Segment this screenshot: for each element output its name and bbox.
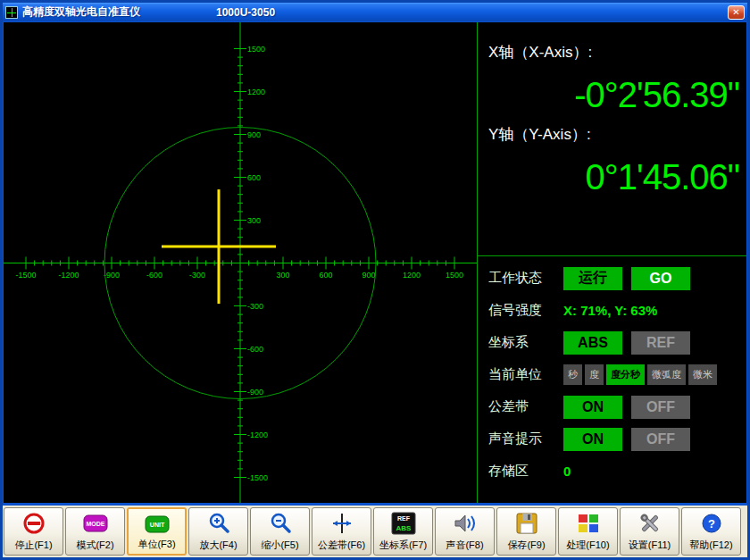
toolbar-button-save[interactable]: 保存(F9) bbox=[496, 507, 556, 556]
angle-readout: X轴（X-Axis）: -0°2'56.39" Y轴（Y-Axis）: 0°1'… bbox=[478, 22, 746, 256]
toolbar-button-mode[interactable]: MODE 模式(F2) bbox=[65, 507, 125, 556]
coord-system-label: 坐标系 bbox=[488, 334, 563, 351]
y-axis-value: 0°1'45.06" bbox=[488, 157, 739, 197]
sound-icon bbox=[453, 511, 478, 535]
svg-text:ABS: ABS bbox=[396, 524, 412, 532]
svg-text:UNIT: UNIT bbox=[149, 522, 164, 528]
svg-text:900: 900 bbox=[247, 130, 261, 139]
toolbar-button-process[interactable]: 处理(F10) bbox=[558, 507, 618, 556]
unit-option-dms[interactable]: 度分秒 bbox=[606, 364, 645, 385]
tolerance-row: 公差带 ON OFF bbox=[488, 394, 741, 420]
go-button[interactable]: GO bbox=[631, 267, 690, 290]
window-model: 1000U-3050 bbox=[216, 6, 275, 19]
svg-text:-1500: -1500 bbox=[15, 271, 36, 280]
tolerance-icon bbox=[329, 511, 354, 535]
svg-text:?: ? bbox=[708, 517, 715, 531]
svg-text:900: 900 bbox=[362, 271, 375, 280]
sound-row: 声音提示 ON OFF bbox=[488, 426, 741, 452]
scope-svg: -1500-1500-1200-1200-900-900-600-600-300… bbox=[4, 22, 477, 503]
x-axis-label: X轴（X-Axis）: bbox=[488, 42, 739, 63]
ref-button[interactable]: REF bbox=[631, 331, 690, 355]
app-icon bbox=[5, 6, 18, 19]
window-title: 高精度双轴光电自准直仪 bbox=[22, 4, 140, 20]
toolbar-button-settings[interactable]: 设置(F11) bbox=[620, 507, 679, 556]
zoom-in-icon bbox=[206, 511, 231, 535]
app-window: 高精度双轴光电自准直仪 1000U-3050 ✕ -1500-1500-1200… bbox=[0, 0, 750, 560]
toolbar-button-sound[interactable]: 声音(F8) bbox=[435, 507, 495, 556]
unit-label: 当前单位 bbox=[488, 366, 563, 383]
unit-option-degrees[interactable]: 度 bbox=[585, 364, 604, 385]
svg-text:-300: -300 bbox=[189, 271, 205, 280]
toolbar-button-zoom-in[interactable]: 放大(F4) bbox=[188, 507, 248, 556]
toolbar-button-zoom-out[interactable]: 缩小(F5) bbox=[250, 507, 310, 556]
svg-text:1200: 1200 bbox=[247, 88, 265, 96]
run-button[interactable]: 运行 bbox=[563, 267, 622, 290]
abs-button[interactable]: ABS bbox=[563, 331, 622, 355]
tolerance-label: 公差带 bbox=[488, 398, 563, 415]
scope-plot: -1500-1500-1200-1200-900-900-600-600-300… bbox=[4, 22, 477, 503]
toolbar-button-help[interactable]: ? 帮助(F12) bbox=[681, 507, 741, 556]
unit-option-seconds[interactable]: 秒 bbox=[563, 364, 582, 385]
coord-icon: REFABS bbox=[390, 511, 417, 535]
svg-text:MODE: MODE bbox=[86, 521, 104, 527]
zoom-out-icon bbox=[268, 511, 293, 535]
settings-icon bbox=[638, 511, 662, 535]
work-state-row: 工作状态 运行 GO bbox=[488, 265, 741, 291]
work-state-label: 工作状态 bbox=[488, 270, 563, 287]
svg-text:-900: -900 bbox=[247, 388, 263, 397]
toolbar-button-label: 声音(F8) bbox=[446, 539, 483, 552]
toolbar-button-label: 设置(F11) bbox=[629, 539, 671, 552]
unit-option-micron[interactable]: 微米 bbox=[688, 364, 717, 385]
signal-strength-row: 信号强度 X: 71%, Y: 63% bbox=[488, 297, 741, 323]
unit-option-microradian[interactable]: 微弧度 bbox=[647, 364, 686, 385]
toolbar-button-label: 模式(F2) bbox=[76, 539, 113, 552]
toolbar: 停止(F1) MODE 模式(F2) UNIT 单位(F3) 放大(F4) 缩小… bbox=[3, 504, 747, 557]
unit-icon: UNIT bbox=[144, 512, 171, 536]
svg-text:1500: 1500 bbox=[446, 271, 463, 280]
toolbar-button-tolerance[interactable]: 公差带(F6) bbox=[312, 507, 371, 556]
toolbar-button-coord[interactable]: REFABS 坐标系(F7) bbox=[373, 507, 433, 556]
svg-text:REF: REF bbox=[397, 515, 411, 522]
right-panel: X轴（X-Axis）: -0°2'56.39" Y轴（Y-Axis）: 0°1'… bbox=[477, 22, 746, 503]
close-icon[interactable]: ✕ bbox=[728, 5, 745, 20]
svg-text:300: 300 bbox=[276, 271, 289, 280]
toolbar-button-label: 放大(F4) bbox=[199, 539, 237, 552]
svg-text:600: 600 bbox=[247, 173, 261, 182]
svg-text:-600: -600 bbox=[247, 345, 263, 354]
svg-text:-600: -600 bbox=[146, 271, 162, 280]
storage-label: 存储区 bbox=[488, 463, 563, 480]
help-icon: ? bbox=[699, 511, 724, 535]
svg-text:300: 300 bbox=[247, 216, 261, 225]
toolbar-button-label: 停止(F1) bbox=[14, 539, 52, 552]
toolbar-button-label: 公差带(F6) bbox=[318, 539, 365, 552]
y-axis-label: Y轴（Y-Axis）: bbox=[488, 124, 739, 145]
svg-text:1200: 1200 bbox=[403, 271, 421, 280]
signal-strength-value: X: 71%, Y: 63% bbox=[563, 303, 657, 318]
svg-text:1500: 1500 bbox=[247, 45, 265, 54]
status-panel: 工作状态 运行 GO 信号强度 X: 71%, Y: 63% 坐标系 ABS R… bbox=[478, 256, 746, 503]
x-axis-value: -0°2'56.39" bbox=[488, 75, 739, 115]
mode-icon: MODE bbox=[82, 511, 109, 535]
toolbar-button-unit[interactable]: UNIT 单位(F3) bbox=[127, 507, 187, 556]
svg-text:-1500: -1500 bbox=[247, 473, 268, 482]
tolerance-on-button[interactable]: ON bbox=[563, 396, 622, 419]
toolbar-button-label: 缩小(F5) bbox=[261, 539, 298, 552]
toolbar-button-stop[interactable]: 停止(F1) bbox=[4, 507, 63, 556]
toolbar-button-label: 单位(F3) bbox=[138, 538, 175, 551]
svg-text:-300: -300 bbox=[247, 302, 263, 311]
tolerance-off-button[interactable]: OFF bbox=[631, 396, 690, 419]
stop-icon bbox=[21, 511, 46, 535]
process-icon bbox=[576, 511, 601, 535]
svg-text:600: 600 bbox=[319, 271, 332, 280]
toolbar-button-label: 处理(F10) bbox=[566, 539, 609, 552]
svg-text:-1200: -1200 bbox=[247, 430, 268, 439]
toolbar-button-label: 坐标系(F7) bbox=[379, 539, 427, 552]
storage-row: 存储区 0 bbox=[488, 458, 741, 484]
toolbar-button-label: 保存(F9) bbox=[507, 539, 545, 552]
sound-on-button[interactable]: ON bbox=[563, 428, 622, 451]
sound-off-button[interactable]: OFF bbox=[631, 428, 690, 451]
svg-text:-1200: -1200 bbox=[58, 271, 79, 280]
sound-label: 声音提示 bbox=[488, 430, 563, 447]
titlebar: 高精度双轴光电自准直仪 1000U-3050 ✕ bbox=[3, 3, 747, 21]
toolbar-button-label: 帮助(F12) bbox=[689, 539, 732, 552]
